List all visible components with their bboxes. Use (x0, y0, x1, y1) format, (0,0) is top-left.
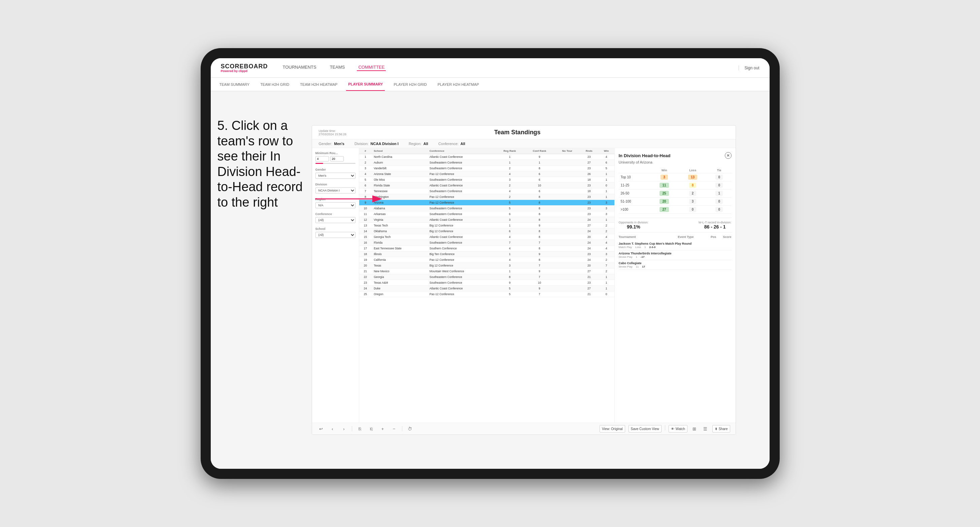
table-row[interactable]: 20 Texas Big 12 Conference 3 7 20 7 (359, 263, 614, 268)
minus-button[interactable]: − (391, 425, 398, 432)
col-school: School (372, 148, 428, 154)
sidebar-min-rounds: Minimum Rou... (315, 151, 355, 164)
h2h-range: 26-50 (619, 189, 650, 198)
cell-rnds: 24 (580, 229, 598, 234)
table-row[interactable]: 25 Oregon Pac-12 Conference 5 7 21 0 (359, 291, 614, 297)
watch-button[interactable]: 👁 Watch (668, 425, 687, 432)
paste-button[interactable]: ⎗ (368, 425, 375, 432)
nav-tournaments[interactable]: TOURNAMENTS (282, 65, 318, 71)
copy-button[interactable]: ⎘ (356, 425, 364, 432)
sub-nav-player-h2h-grid[interactable]: PLAYER H2H GRID (391, 78, 429, 91)
cell-conference: Southern Conference (428, 246, 495, 251)
table-row[interactable]: 9 Arizona Pac-12 Conference 5 8 23 3 (359, 200, 614, 206)
conference-select[interactable]: (All) (315, 217, 355, 223)
h2h-table: Win Loss Tie Top 10 3 13 0 11-25 11 8 (619, 168, 732, 214)
cell-reg-rank: 3 (495, 217, 524, 223)
save-custom-view-button[interactable]: Save Custom View (628, 425, 662, 432)
cell-rnds: 23 (580, 251, 598, 257)
cell-num: 20 (359, 263, 372, 268)
right-panel-title: In Division Head-to-Head ✕ (619, 152, 732, 159)
cell-no-tour (555, 291, 580, 297)
table-row[interactable]: 10 Alabama Southeastern Conference 5 8 2… (359, 206, 614, 211)
cell-no-tour (555, 229, 580, 234)
nav-teams[interactable]: TEAMS (329, 65, 347, 71)
cell-conference: Southeastern Conference (428, 280, 495, 286)
cell-no-tour (555, 280, 580, 286)
table-row[interactable]: 19 California Pac-12 Conference 4 8 24 2 (359, 257, 614, 263)
table-row[interactable]: 15 Georgia Tech Atlantic Coast Conferenc… (359, 234, 614, 240)
table-row[interactable]: 23 Texas A&M Southeastern Conference 9 1… (359, 280, 614, 286)
cell-conf-rank: 8 (524, 246, 555, 251)
cell-num: 2 (359, 160, 372, 165)
sidebar-school: School (All) (315, 227, 355, 238)
sub-nav-player-summary[interactable]: PLAYER SUMMARY (346, 78, 385, 91)
cell-conference: Atlantic Coast Conference (428, 154, 495, 160)
sub-nav-team-summary[interactable]: TEAM SUMMARY (218, 78, 252, 91)
col-no-tour: No Tour (555, 148, 580, 154)
table-row[interactable]: 4 Arizona State Pac-12 Conference 4 6 26… (359, 171, 614, 177)
grid-button[interactable]: ⊞ (691, 425, 698, 432)
cell-rnds: 18 (580, 177, 598, 183)
school-select[interactable]: (All) (315, 232, 355, 238)
step-back-button[interactable]: ‹ (329, 425, 336, 432)
cell-num: 4 (359, 171, 372, 177)
table-row[interactable]: 17 East Tennessee State Southern Confere… (359, 246, 614, 251)
table-row[interactable]: 5 Ole Miss Southeastern Conference 3 6 1… (359, 177, 614, 183)
filter-division: Division: NCAA Division I (355, 142, 399, 146)
cell-no-tour (555, 206, 580, 211)
share-button[interactable]: ⬆ Share (712, 425, 730, 432)
cell-school: Duke (372, 286, 428, 291)
view-original-button[interactable]: View: Original (600, 425, 625, 432)
h2h-body: Top 10 3 13 0 11-25 11 8 0 26-50 25 2 1 … (619, 173, 732, 214)
max-input[interactable] (330, 156, 344, 162)
table-row[interactable]: 7 Tennessee Southeastern Conference 4 6 … (359, 189, 614, 194)
table-row[interactable]: 6 Florida State Atlantic Coast Conferenc… (359, 183, 614, 189)
table-row[interactable]: 2 Auburn Southeastern Conference 1 1 27 … (359, 160, 614, 165)
cell-win: 1 (598, 274, 614, 280)
table-row[interactable]: 22 Georgia Southeastern Conference 8 7 2… (359, 274, 614, 280)
cell-rnds: 24 (580, 240, 598, 246)
nav-committee[interactable]: COMMITTEE (357, 65, 386, 71)
sign-out[interactable]: Sign out (739, 66, 759, 70)
cell-conference: Mountain West Conference (428, 268, 495, 274)
cell-num: 23 (359, 280, 372, 286)
columns-button[interactable]: ☰ (702, 425, 709, 432)
table-row[interactable]: 11 Arkansas Southeastern Conference 6 8 … (359, 211, 614, 217)
h2h-tie: 0 (707, 198, 732, 206)
h2h-col-tie: Tie (707, 168, 732, 173)
min-input[interactable] (315, 156, 329, 162)
table-row[interactable]: 1 North Carolina Atlantic Coast Conferen… (359, 154, 614, 160)
cell-num: 19 (359, 257, 372, 263)
undo-button[interactable]: ↩ (317, 425, 325, 432)
table-row[interactable]: 21 New Mexico Mountain West Conference 1… (359, 268, 614, 274)
cell-conference: Southeastern Conference (428, 165, 495, 171)
table-row[interactable]: 12 Virginia Atlantic Coast Conference 3 … (359, 217, 614, 223)
add-button[interactable]: + (379, 425, 387, 432)
cell-school: Georgia Tech (372, 234, 428, 240)
clock-button[interactable]: ⏱ (406, 425, 414, 432)
table-row[interactable]: 16 Florida Southeastern Conference 7 7 2… (359, 240, 614, 246)
table-row[interactable]: 8 Washington Pac-12 Conference 2 8 23 1 (359, 194, 614, 200)
cell-conf-rank: 1 (524, 160, 555, 165)
close-button[interactable]: ✕ (725, 152, 732, 159)
h2h-range: Top 10 (619, 173, 650, 181)
table-row[interactable]: 14 Oklahoma Big 12 Conference 6 8 24 2 (359, 229, 614, 234)
cell-conference: Big Ten Conference (428, 251, 495, 257)
gender-select[interactable]: Men's (315, 173, 355, 179)
stats-row: Opponents in division: 99.1% W-L-T recor… (619, 221, 732, 230)
sub-nav-team-h2h-grid[interactable]: TEAM H2H GRID (258, 78, 291, 91)
cell-no-tour (555, 183, 580, 189)
table-row[interactable]: 24 Duke Atlantic Coast Conference 5 9 27… (359, 286, 614, 291)
sub-nav-player-h2h-heatmap[interactable]: PLAYER H2H HEATMAP (436, 78, 481, 91)
sub-nav-team-h2h-heatmap[interactable]: TEAM H2H HEATMAP (298, 78, 339, 91)
cell-num: 13 (359, 223, 372, 229)
table-row[interactable]: 18 Illinois Big Ten Conference 1 9 23 3 (359, 251, 614, 257)
table-row[interactable]: 3 Vanderbilt Southeastern Conference 2 8… (359, 165, 614, 171)
cell-num: 16 (359, 240, 372, 246)
h2h-win: 27 (650, 206, 679, 214)
cell-conf-rank: 7 (524, 274, 555, 280)
cell-school: East Tennessee State (372, 246, 428, 251)
step-forward-button[interactable]: › (340, 425, 348, 432)
cell-conference: Pac-12 Conference (428, 171, 495, 177)
table-row[interactable]: 13 Texas Tech Big 12 Conference 1 9 27 2 (359, 223, 614, 229)
